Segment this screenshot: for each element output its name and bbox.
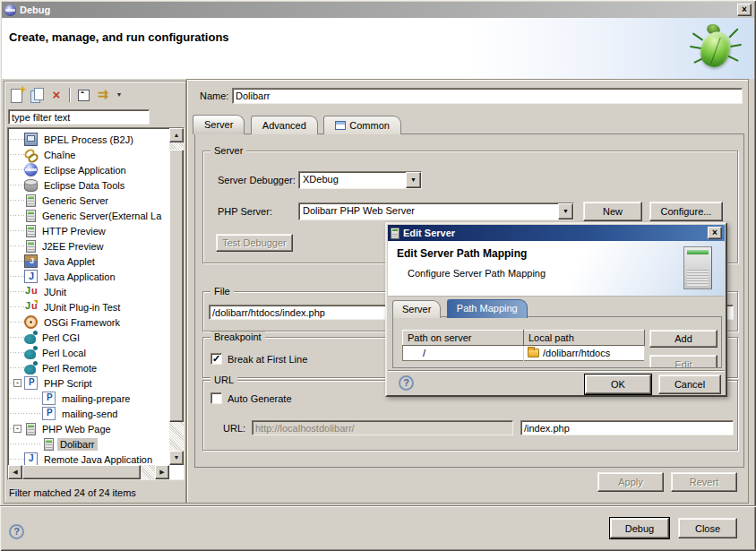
tree-expander-icon[interactable]: - (13, 425, 21, 433)
edit-mapping-button[interactable]: Edit (649, 355, 717, 368)
collapse-all-icon[interactable] (74, 86, 92, 104)
scroll-right-icon[interactable]: ▶ (155, 465, 169, 479)
name-input[interactable] (232, 88, 743, 104)
local-path-cell: /dolibarr/htdocs (524, 346, 645, 361)
window-titlebar[interactable]: Debug × (2, 2, 754, 18)
tree-item[interactable]: JUnit Plug-in Test (10, 299, 168, 314)
tree-item[interactable]: J2EE Preview (10, 238, 168, 254)
tree-item-label: Perl Local (39, 347, 89, 359)
tree-item-label: Generic Server (39, 194, 111, 207)
server-debugger-select[interactable]: XDebug ▼ (298, 171, 422, 189)
ok-button[interactable]: OK (585, 375, 651, 394)
column-path-on-server[interactable]: Path on server (403, 331, 524, 346)
close-icon[interactable]: × (737, 4, 752, 16)
php-server-select[interactable]: Dolibarr PHP Web Server ▼ (298, 202, 574, 220)
php-icon (42, 392, 56, 405)
chevron-down-icon[interactable]: ▼ (406, 172, 421, 188)
url-path-input[interactable] (520, 420, 734, 435)
tree-item[interactable]: mailing-send (10, 406, 168, 421)
tree-item[interactable]: Perl Remote (10, 360, 168, 375)
path-mapping-table[interactable]: Path on server Local path //dolibarr/htd… (402, 330, 645, 361)
tree-line (10, 459, 24, 460)
tree-item[interactable]: Generic Server(External La (10, 208, 168, 223)
dialog-tab-server[interactable]: Server (392, 300, 441, 318)
apply-button[interactable]: Apply (597, 472, 664, 492)
debug-button[interactable]: Debug (610, 518, 669, 538)
tree-line (10, 352, 24, 353)
duplicate-icon[interactable] (28, 86, 46, 104)
add-mapping-button[interactable]: Add (649, 330, 717, 348)
url-group-title: URL (210, 375, 237, 385)
tree-item[interactable]: Chaîne (10, 147, 168, 162)
filter-input[interactable] (8, 109, 150, 125)
tree-line (10, 291, 24, 292)
close-button[interactable]: Close (678, 518, 737, 538)
tab-common-label: Common (349, 120, 390, 131)
config-toolbar: ×⇉▼ (7, 84, 125, 106)
tree-item[interactable]: mailing-prepare (10, 391, 168, 406)
tree-item-label: Eclipse Application (41, 164, 129, 176)
configure-server-button[interactable]: Configure... (649, 202, 723, 221)
tree-item[interactable]: Dolibarr (10, 436, 168, 452)
tree-line (10, 398, 42, 399)
tree-line (10, 443, 42, 444)
auto-generate-checkbox[interactable]: ✓ (210, 392, 222, 404)
column-local-path[interactable]: Local path (524, 331, 645, 346)
revert-button[interactable]: Revert (671, 472, 737, 492)
tree-item[interactable]: Java Application (10, 269, 168, 284)
server-debugger-label: Server Debugger: (218, 175, 296, 185)
tree-item[interactable]: -PHP Script (10, 375, 168, 391)
h-scroll-thumb[interactable] (22, 465, 141, 479)
filter-configurations-icon[interactable]: ⇉ (94, 86, 112, 104)
new-configuration-icon[interactable] (8, 86, 26, 104)
config-tree-rows: BPEL Process (B2J)ChaîneEclipse Applicat… (10, 132, 168, 465)
dialog-tab-path-mapping[interactable]: Path Mapping (447, 299, 528, 318)
tree-item[interactable]: Java Applet (10, 254, 168, 269)
tree-line (10, 230, 24, 231)
tree-expander-icon[interactable]: - (13, 379, 21, 387)
tree-item[interactable]: -PHP Web Page (10, 421, 168, 436)
tree-item[interactable]: JUnit (10, 284, 168, 299)
tree-item[interactable]: Remote Java Application (10, 452, 168, 465)
view-menu-icon[interactable]: ▼ (114, 86, 125, 104)
tree-item[interactable]: Perl Local (10, 345, 168, 360)
tree-item[interactable]: OSGi Framework (10, 314, 168, 330)
keys-icon (24, 148, 38, 161)
tree-item[interactable]: HTTP Preview (10, 223, 168, 238)
v-scroll-thumb[interactable] (169, 150, 184, 422)
help-icon[interactable]: ? (9, 524, 24, 539)
editor-tabs: Server Advanced Common (193, 115, 403, 134)
delete-icon[interactable]: × (47, 86, 65, 104)
tab-advanced[interactable]: Advanced (251, 116, 318, 134)
server-icon (26, 194, 36, 207)
scroll-down-icon[interactable]: ▼ (169, 451, 184, 465)
scroll-up-icon[interactable]: ▲ (169, 128, 184, 142)
scroll-left-icon[interactable]: ◀ (8, 465, 22, 479)
tree-item-label: Chaîne (41, 149, 78, 161)
new-server-button[interactable]: New (583, 202, 642, 221)
tree-item-label: Perl Remote (39, 362, 99, 375)
close-icon[interactable]: × (708, 227, 722, 239)
dialog-titlebar[interactable]: Edit Server × (388, 225, 725, 241)
server-icon (26, 225, 36, 237)
dialog-heading: Edit Server Path Mapping (397, 247, 527, 260)
page-title: Create, manage, and run configurations (9, 30, 229, 44)
tree-item[interactable]: Perl CGI (10, 330, 168, 345)
server-icon (26, 240, 36, 253)
tree-item[interactable]: Eclipse Application (10, 162, 168, 177)
osgi-icon (24, 315, 38, 329)
tree-item[interactable]: Eclipse Data Tools (10, 177, 168, 193)
tab-common[interactable]: Common (323, 116, 401, 134)
cancel-button[interactable]: Cancel (658, 375, 721, 394)
php-server-value: Dolibarr PHP Web Server (299, 203, 558, 220)
applet-icon (24, 254, 38, 268)
test-debugger-button[interactable]: Test Debugger (216, 234, 293, 252)
chevron-down-icon[interactable]: ▼ (558, 203, 573, 220)
tree-item[interactable]: BPEL Process (B2J) (10, 132, 168, 147)
base-url-input[interactable] (252, 420, 513, 435)
help-icon[interactable]: ? (399, 375, 414, 391)
tab-server[interactable]: Server (193, 115, 245, 134)
table-row[interactable]: //dolibarr/htdocs (403, 346, 645, 361)
tree-item[interactable]: Generic Server (10, 193, 168, 208)
break-first-line-checkbox[interactable]: ✓ (210, 353, 222, 365)
